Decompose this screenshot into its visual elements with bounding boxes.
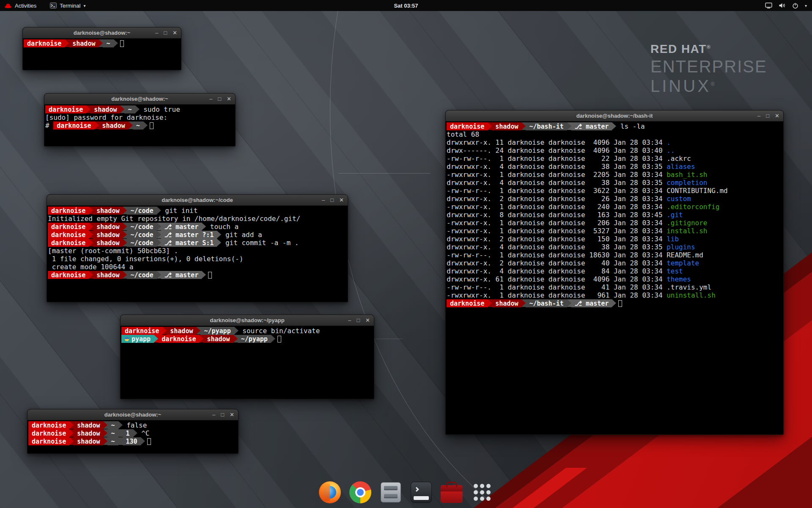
prompt-user-segment: darknoise <box>28 421 69 429</box>
terminal-text: drwxrwxr-x. 2 darknoise darknoise 150 Ja… <box>447 235 667 243</box>
terminal-window-home-sudo[interactable]: darknoise@shadow:~ – □ ✕ darknoiseshadow… <box>44 93 236 146</box>
prompt-host-segment: shadow <box>492 299 521 307</box>
terminal-line: -rwxrwxr-x. 1 darknoise darknoise 206 Ja… <box>447 219 783 227</box>
clock[interactable]: Sat 03:57 <box>394 3 418 9</box>
app-menu-terminal[interactable]: Terminal ▾ <box>50 0 85 11</box>
window-titlebar[interactable]: darknoise@shadow:~/code – □ ✕ <box>47 195 348 206</box>
activities-button[interactable]: Activities <box>0 0 41 11</box>
powerline-separator-icon <box>612 122 616 130</box>
terminal-cursor <box>120 40 124 47</box>
close-button[interactable]: ✕ <box>227 96 231 102</box>
terminal-line: darknoiseshadow~ <box>24 39 181 47</box>
terminal-window-code[interactable]: darknoise@shadow:~/code – □ ✕ darknoises… <box>47 194 348 302</box>
terminal-line: 1 file changed, 0 insertions(+), 0 delet… <box>48 255 348 263</box>
powerline-separator-icon <box>612 299 616 307</box>
terminal-content[interactable]: darknoiseshadow~ falsedarknoiseshadow~1 … <box>27 420 238 453</box>
powerline-separator-icon <box>89 231 93 238</box>
powerline-separator-icon <box>217 231 221 238</box>
window-titlebar[interactable]: darknoise@shadow:~/bash-it – □ ✕ <box>446 110 783 121</box>
firefox-icon <box>319 481 341 503</box>
minimize-button[interactable]: – <box>209 96 212 102</box>
dock-item-terminal[interactable] <box>409 480 433 505</box>
terminal-content[interactable]: darknoiseshadow~ sudo true[sudo] passwor… <box>44 105 235 146</box>
terminal-content[interactable]: darknoiseshadow~ <box>23 39 181 70</box>
maximize-button[interactable]: □ <box>221 412 224 417</box>
prompt-user-segment: darknoise <box>24 39 65 47</box>
prompt-path-segment: ~ <box>107 421 118 429</box>
prompt-exitcode-segment: 130 <box>123 437 141 445</box>
prompt-git-segment: ⎇ master <box>161 271 202 279</box>
dock-item-software-toolbox[interactable] <box>439 480 464 505</box>
prompt-git-segment: ⎇ master <box>571 299 612 307</box>
close-button[interactable]: ✕ <box>365 318 370 323</box>
powerline-separator-icon <box>157 239 161 246</box>
powerline-separator-icon <box>69 429 74 437</box>
minimize-button[interactable]: – <box>348 318 351 323</box>
terminal-line: drwxrwxr-x. 61 darknoise darknoise 4096 … <box>447 275 783 283</box>
dock-item-chrome[interactable] <box>348 480 373 505</box>
powerline-separator-icon <box>99 39 103 47</box>
rhel-brand-redhat: RED HAT® <box>650 42 767 56</box>
terminal-content[interactable]: darknoiseshadow~/code git initInitialize… <box>47 206 348 302</box>
filename-executable: uninstall.sh <box>667 291 716 299</box>
terminal-cursor <box>147 438 151 445</box>
window-titlebar[interactable]: darknoise@shadow:~ – □ ✕ <box>44 94 235 105</box>
terminal-text: drwxrwxr-x. 2 darknoise darknoise 40 Jan… <box>447 259 667 267</box>
maximize-button[interactable]: □ <box>766 113 769 119</box>
minimize-button[interactable]: – <box>155 30 158 36</box>
system-status-area[interactable]: ▾ <box>765 0 812 11</box>
terminal-content[interactable]: darknoiseshadow~/pyapp source bin/activa… <box>121 326 374 399</box>
prompt-chevron-glyph <box>414 487 419 491</box>
powerline-separator-icon <box>129 121 133 129</box>
terminal-line: create mode 100644 a <box>48 263 348 271</box>
terminal-window-home-2[interactable]: darknoise@shadow:~ – □ ✕ darknoiseshadow… <box>27 409 239 454</box>
terminal-text: 1 file changed, 0 insertions(+), 0 delet… <box>48 255 243 263</box>
terminal-text: git add a <box>221 231 262 239</box>
terminal-line: drwxrwxr-x. 4 darknoise darknoise 38 Jan… <box>447 243 783 251</box>
minimize-button[interactable]: – <box>322 197 325 203</box>
filename-directory: aliases <box>667 163 695 171</box>
minimize-button[interactable]: – <box>757 113 760 119</box>
maximize-button[interactable]: □ <box>357 318 360 323</box>
prompt-user-segment: darknoise <box>48 207 89 215</box>
close-button[interactable]: ✕ <box>339 197 344 203</box>
close-button[interactable]: ✕ <box>173 30 177 36</box>
prompt-host-segment: shadow <box>492 122 521 130</box>
terminal-window-home-1[interactable]: darknoise@shadow:~ – □ ✕ darknoiseshadow… <box>22 27 181 70</box>
prompt-path-segment: ~ <box>107 437 118 445</box>
maximize-button[interactable]: □ <box>164 30 167 36</box>
prompt-host-segment: shadow <box>93 223 123 231</box>
window-title: darknoise@shadow:~ <box>74 30 130 36</box>
prompt-user-segment: darknoise <box>28 437 69 445</box>
powerline-separator-icon <box>234 327 239 334</box>
close-button[interactable]: ✕ <box>230 412 234 417</box>
dock-item-files[interactable] <box>379 480 403 505</box>
terminal-window-bash-it[interactable]: darknoise@shadow:~/bash-it – □ ✕ darknoi… <box>445 110 784 435</box>
maximize-button[interactable]: □ <box>330 197 334 203</box>
terminal-window-pyapp[interactable]: darknoise@shadow:~/pyapp – □ ✕ darknoise… <box>120 315 374 399</box>
minimize-button[interactable]: – <box>212 412 215 417</box>
powerline-separator-icon <box>488 299 492 307</box>
window-titlebar[interactable]: darknoise@shadow:~ – □ ✕ <box>23 28 181 39</box>
prompt-git-segment: ⎇ master ?:1 <box>161 231 217 239</box>
filename-directory: template <box>667 259 699 267</box>
terminal-text: drwxrwxr-x. 4 darknoise darknoise 38 Jan… <box>447 163 667 171</box>
terminal-line: -rw-rw-r--. 1 darknoise darknoise 41 Jan… <box>447 283 783 291</box>
prompt-user-segment: darknoise <box>447 299 488 307</box>
window-titlebar[interactable]: darknoise@shadow:~ – □ ✕ <box>27 409 238 420</box>
terminal-line: darknoiseshadow~/code⎇ master touch a <box>48 223 348 231</box>
dock-item-firefox[interactable] <box>318 480 342 505</box>
prompt-git-segment: ⎇ master <box>161 223 202 231</box>
maximize-button[interactable]: □ <box>218 96 221 102</box>
terminal-line: darknoiseshadow~/code⎇ master S:1 git co… <box>48 239 348 247</box>
close-button[interactable]: ✕ <box>775 113 779 119</box>
window-titlebar[interactable]: darknoise@shadow:~/pyapp – □ ✕ <box>121 315 374 326</box>
terminal-text: -rw-rw-r--. 1 darknoise darknoise 41 Jan… <box>447 283 711 291</box>
powerline-separator-icon <box>521 299 526 307</box>
terminal-content[interactable]: darknoiseshadow~/bash-it⎇ master ls -lat… <box>446 121 783 434</box>
rhel-brand-linux: LINUX® <box>650 77 767 96</box>
dock-item-app-grid[interactable] <box>470 480 494 505</box>
file-manager-icon <box>381 482 401 502</box>
prompt-path-segment: ~/code <box>127 239 156 247</box>
powerline-separator-icon <box>123 231 127 238</box>
